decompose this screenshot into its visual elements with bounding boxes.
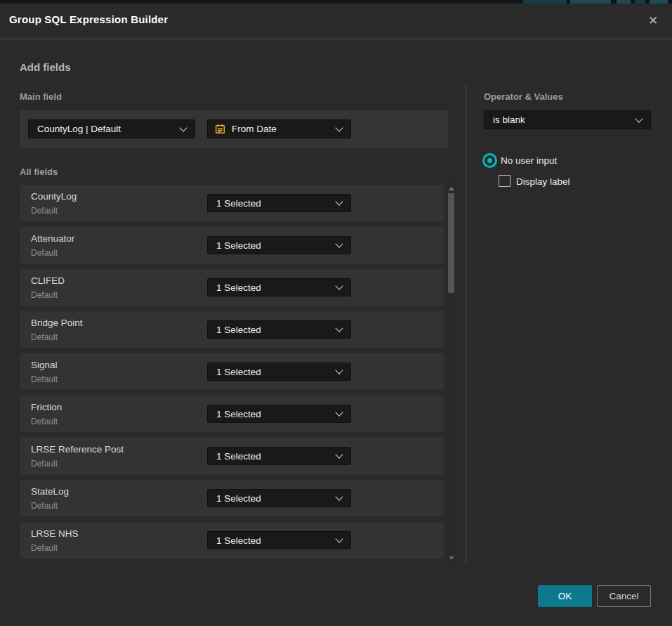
operator-select-value: is blank (493, 115, 631, 125)
chevron-down-icon (335, 450, 343, 458)
field-value-select-value: 1 Selected (216, 325, 331, 335)
field-value-select[interactable]: 1 Selected (207, 363, 351, 381)
field-name: StateLog (31, 486, 69, 497)
field-subtitle: Default (31, 501, 58, 511)
field-subtitle: Default (31, 417, 58, 426)
field-row: Attenuator Default 1 Selected (20, 227, 444, 263)
radio-dot-icon (487, 158, 492, 163)
field-subtitle: Default (31, 459, 58, 469)
scrollbar-thumb[interactable] (448, 193, 454, 293)
field-subtitle: Default (31, 374, 58, 384)
operator-select[interactable]: is blank (484, 110, 651, 129)
chevron-down-icon (335, 408, 343, 416)
field-value-select[interactable]: 1 Selected (207, 489, 351, 507)
main-field-panel: CountyLog | Default From Date (20, 110, 448, 148)
field-subtitle: Default (31, 206, 58, 216)
ok-button[interactable]: OK (538, 585, 592, 607)
chevron-down-icon (635, 115, 643, 122)
field-value-select[interactable]: 1 Selected (207, 405, 351, 423)
field-name: Friction (31, 402, 62, 412)
field-row: CLIFED Default 1 Selected (20, 269, 444, 306)
dialog-title: Group SQL Expression Builder (9, 13, 168, 25)
main-field-label: Main field (20, 91, 62, 102)
main-field-select-value: From Date (232, 124, 331, 134)
dialog-header: Group SQL Expression Builder ✕ (0, 4, 672, 39)
display-label-label: Display label (516, 176, 570, 187)
panel-divider (466, 84, 466, 565)
field-subtitle: Default (31, 543, 58, 553)
field-value-select-value: 1 Selected (216, 198, 331, 209)
no-user-input-label: No user input (501, 155, 557, 166)
field-subtitle: Default (31, 332, 58, 342)
chevron-down-icon (335, 366, 343, 374)
close-icon[interactable]: ✕ (645, 12, 661, 29)
chevron-down-icon (179, 124, 187, 131)
field-value-select[interactable]: 1 Selected (207, 236, 351, 254)
field-value-select-value: 1 Selected (216, 493, 331, 504)
field-value-select-value: 1 Selected (216, 282, 331, 293)
group-sql-expression-builder-dialog: Group SQL Expression Builder ✕ Add field… (0, 4, 672, 626)
scroll-down-icon[interactable] (449, 556, 454, 560)
calendar-icon (215, 124, 225, 134)
field-name: CLIFED (31, 275, 65, 286)
no-user-input-radio[interactable] (482, 153, 497, 168)
field-value-select-value: 1 Selected (216, 367, 331, 377)
cancel-button[interactable]: Cancel (597, 585, 651, 607)
field-row: CountyLog Default 1 Selected (20, 185, 444, 221)
field-name: LRSE NHS (31, 528, 79, 539)
field-value-select-value: 1 Selected (216, 409, 331, 419)
field-value-select[interactable]: 1 Selected (207, 531, 351, 549)
field-value-select-value: 1 Selected (216, 535, 331, 546)
field-value-select[interactable]: 1 Selected (207, 194, 351, 212)
field-name: Attenuator (31, 233, 74, 244)
chevron-down-icon (335, 493, 343, 500)
chevron-down-icon (335, 324, 343, 332)
add-fields-heading: Add fields (20, 61, 71, 73)
scroll-up-icon[interactable] (449, 187, 454, 190)
display-label-checkbox[interactable] (499, 175, 510, 187)
field-row: Bridge Point Default 1 Selected (20, 311, 444, 348)
chevron-down-icon (335, 240, 343, 247)
chevron-down-icon (335, 124, 343, 131)
main-layer-select[interactable]: CountyLog | Default (28, 119, 195, 138)
field-value-select[interactable]: 1 Selected (207, 447, 351, 465)
field-subtitle: Default (31, 248, 58, 258)
field-name: Bridge Point (31, 318, 83, 328)
field-row: LRSE NHS Default 1 Selected (20, 522, 444, 559)
field-name: CountyLog (31, 191, 77, 202)
field-name: Signal (31, 360, 58, 370)
field-value-select[interactable]: 1 Selected (207, 278, 351, 296)
chevron-down-icon (335, 197, 343, 205)
field-value-select-value: 1 Selected (216, 240, 331, 251)
main-layer-select-value: CountyLog | Default (37, 124, 175, 134)
field-row: LRSE Reference Post Default 1 Selected (20, 438, 444, 474)
operator-values-label: Operator & Values (484, 91, 563, 102)
field-value-select[interactable]: 1 Selected (207, 320, 351, 339)
field-row: Friction Default 1 Selected (20, 396, 444, 432)
main-field-select[interactable]: From Date (207, 119, 351, 138)
field-row: Signal Default 1 Selected (20, 353, 444, 390)
chevron-down-icon (335, 282, 343, 289)
field-subtitle: Default (31, 290, 58, 300)
field-name: LRSE Reference Post (31, 444, 124, 455)
all-fields-label: All fields (20, 167, 58, 177)
field-value-select-value: 1 Selected (216, 451, 331, 462)
chevron-down-icon (335, 535, 343, 542)
field-row: StateLog Default 1 Selected (20, 480, 444, 516)
